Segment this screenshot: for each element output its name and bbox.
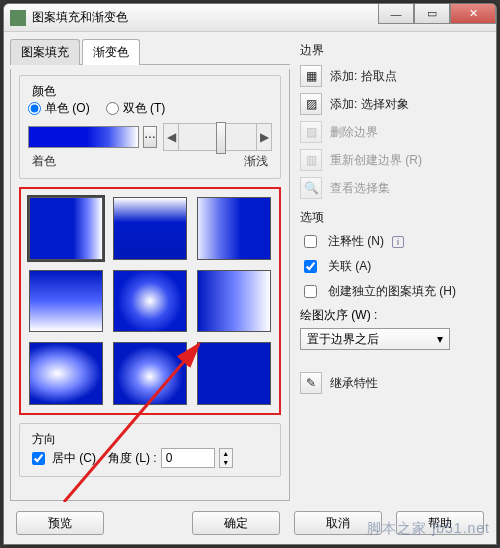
angle-spinner[interactable]: ▲▼ bbox=[219, 448, 233, 468]
radio-two-color-input[interactable] bbox=[106, 102, 119, 115]
preview-button[interactable]: 预览 bbox=[16, 511, 104, 535]
centered-checkbox-input[interactable] bbox=[32, 452, 45, 465]
eyedropper-icon: ✎ bbox=[300, 372, 322, 394]
window-title: 图案填充和渐变色 bbox=[32, 9, 128, 26]
radio-single-color-input[interactable] bbox=[28, 102, 41, 115]
app-icon bbox=[10, 10, 26, 26]
info-icon[interactable]: i bbox=[392, 236, 404, 248]
gradient-preset-8[interactable] bbox=[113, 342, 187, 405]
shade-label-right: 渐浅 bbox=[244, 153, 268, 170]
gradient-preset-9[interactable] bbox=[197, 342, 271, 405]
gradient-preset-grid bbox=[19, 187, 281, 415]
direction-group: 方向 居中 (C) 角度 (L) : ▲▼ bbox=[19, 423, 281, 477]
shade-left-button[interactable]: ◀ bbox=[163, 123, 179, 151]
gradient-preset-7[interactable] bbox=[29, 342, 103, 405]
remove-boundaries-icon: ▧ bbox=[300, 121, 322, 143]
view-selection-icon: 🔍 bbox=[300, 177, 322, 199]
dialog-window: 图案填充和渐变色 — ▭ ✕ 图案填充 渐变色 颜色 单色 (O) bbox=[3, 3, 497, 545]
gradient-preset-3[interactable] bbox=[197, 197, 271, 260]
color-group: 颜色 单色 (O) 双色 (T) … bbox=[19, 75, 281, 179]
tab-gradient[interactable]: 渐变色 bbox=[82, 39, 140, 65]
radio-two-color[interactable]: 双色 (T) bbox=[106, 100, 166, 117]
independent-checkbox[interactable]: 创建独立的图案填充 (H) bbox=[300, 282, 490, 301]
draw-order-label: 绘图次序 (W) : bbox=[300, 307, 490, 324]
close-button[interactable]: ✕ bbox=[450, 4, 496, 24]
shade-slider[interactable] bbox=[179, 123, 256, 151]
right-pane: 边界 ▦ 添加: 拾取点 ▨ 添加: 选择对象 ▧ 删除边界 ▥ 重新创建边界 … bbox=[290, 38, 490, 538]
gradient-panel: 颜色 单色 (O) 双色 (T) … bbox=[10, 69, 290, 501]
color-picker-button[interactable]: … bbox=[143, 126, 157, 148]
maximize-button[interactable]: ▭ bbox=[414, 4, 450, 24]
draw-order-dropdown[interactable]: 置于边界之后 ▾ bbox=[300, 328, 450, 350]
pick-points-icon: ▦ bbox=[300, 65, 322, 87]
direction-group-label: 方向 bbox=[28, 431, 60, 448]
annotative-checkbox-input[interactable] bbox=[304, 235, 317, 248]
associative-checkbox[interactable]: 关联 (A) bbox=[300, 257, 490, 276]
centered-checkbox[interactable]: 居中 (C) bbox=[28, 449, 96, 468]
gradient-preset-1[interactable] bbox=[29, 197, 103, 260]
annotative-checkbox[interactable]: 注释性 (N) i bbox=[300, 232, 490, 251]
shade-right-button[interactable]: ▶ bbox=[256, 123, 272, 151]
remove-boundaries: ▧ 删除边界 bbox=[300, 121, 490, 143]
recreate-boundary-icon: ▥ bbox=[300, 149, 322, 171]
add-select-objects[interactable]: ▨ 添加: 选择对象 bbox=[300, 93, 490, 115]
chevron-down-icon: ▾ bbox=[437, 332, 443, 346]
tab-pattern-fill[interactable]: 图案填充 bbox=[10, 39, 80, 65]
select-objects-icon: ▨ bbox=[300, 93, 322, 115]
color-swatch[interactable] bbox=[28, 126, 139, 148]
gradient-preset-6[interactable] bbox=[197, 270, 271, 333]
watermark: 脚本之家 jb51.net bbox=[367, 520, 490, 538]
recreate-boundary: ▥ 重新创建边界 (R) bbox=[300, 149, 490, 171]
add-pick-points[interactable]: ▦ 添加: 拾取点 bbox=[300, 65, 490, 87]
angle-input[interactable] bbox=[161, 448, 215, 468]
options-header: 选项 bbox=[300, 209, 490, 226]
view-selection: 🔍 查看选择集 bbox=[300, 177, 490, 199]
titlebar[interactable]: 图案填充和渐变色 — ▭ ✕ bbox=[4, 4, 496, 32]
independent-checkbox-input[interactable] bbox=[304, 285, 317, 298]
ok-button[interactable]: 确定 bbox=[192, 511, 280, 535]
minimize-button[interactable]: — bbox=[378, 4, 414, 24]
gradient-preset-2[interactable] bbox=[113, 197, 187, 260]
shade-label-left: 着色 bbox=[32, 153, 56, 170]
gradient-preset-4[interactable] bbox=[29, 270, 103, 333]
dialog-body: 图案填充 渐变色 颜色 单色 (O) 双色 (T) bbox=[4, 32, 496, 544]
gradient-preset-5[interactable] bbox=[113, 270, 187, 333]
angle-label: 角度 (L) : bbox=[108, 450, 157, 467]
associative-checkbox-input[interactable] bbox=[304, 260, 317, 273]
radio-single-color[interactable]: 单色 (O) bbox=[28, 100, 90, 117]
inherit-properties[interactable]: ✎ 继承特性 bbox=[300, 372, 490, 394]
tab-bar: 图案填充 渐变色 bbox=[10, 38, 290, 65]
color-group-label: 颜色 bbox=[28, 83, 60, 100]
boundary-header: 边界 bbox=[300, 42, 490, 59]
